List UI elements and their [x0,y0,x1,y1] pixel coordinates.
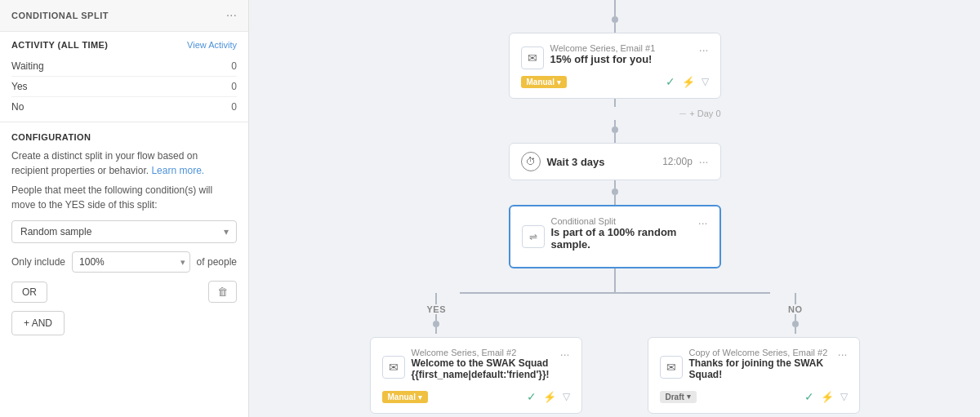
connector-3 [614,120,616,126]
card-3-body: Thanks for joining the SWAK Squad! [689,357,838,380]
yes-no-labels: YES NO [370,293,860,334]
activity-title: ACTIVITY (ALL TIME) [11,40,108,50]
view-activity-link[interactable]: View Activity [187,40,237,50]
bolt-icon-3: ⚡ [821,391,834,403]
wait-right: 12:00p ··· [662,155,708,168]
wait-dots[interactable]: ··· [699,155,709,168]
branch-line-area [370,268,860,293]
card-2-body: Welcome to the SWAK Squad {{first_name|d… [412,357,560,380]
filter-icon-2: ▽ [563,391,570,402]
card-2-actions: Manual ▾ ✓ ⚡ ▽ [382,390,570,403]
of-people-label: of people [197,256,237,268]
split-card: ⇌ Conditional Split Is part of a 100% ra… [509,205,721,268]
yes-label: YES [427,304,447,314]
panel-dots-icon[interactable]: ··· [226,8,237,23]
bolt-icon-1: ⚡ [682,76,695,88]
bolt-icon-2: ⚡ [543,391,556,403]
check-icon-1: ✓ [666,75,675,88]
activity-row-yes: Yes 0 [11,77,237,97]
filter-icon-1: ▽ [702,76,709,87]
badge-manual-1[interactable]: Manual ▾ [521,76,567,88]
activity-label-yes: Yes [11,81,28,92]
include-select-wrapper: 100% [72,251,190,273]
wait-card: ⏱ Wait 3 days 12:00p ··· [509,143,721,180]
top-connector [614,0,616,16]
connector-1 [614,23,616,33]
check-icon-3: ✓ [804,390,814,403]
panel-title: CONDITIONAL SPLIT [11,11,109,20]
email-icon-2: ✉ [382,356,405,379]
card-2-dots[interactable]: ··· [560,348,570,361]
badge-draft-3[interactable]: Draft▾ [660,391,697,403]
trash-button[interactable]: 🗑 [208,281,237,303]
random-sample-select[interactable]: Random sample [11,220,237,243]
config-section: CONFIGURATION Create a distinct split in… [0,122,248,345]
canvas: ✉ Welcome Series, Email #1 15% off just … [249,0,980,417]
card-pair: ✉ Welcome Series, Email #2 Welcome to th… [370,337,860,414]
learn-more-link[interactable]: Learn more. [151,165,204,176]
day-label: + Day 0 [679,109,720,118]
activity-count-no: 0 [231,101,237,113]
clock-icon: ⏱ [521,152,541,171]
email-card-1: ✉ Welcome Series, Email #1 15% off just … [509,33,721,99]
left-panel: CONDITIONAL SPLIT ··· ACTIVITY (ALL TIME… [0,0,249,417]
card-2-title: Welcome Series, Email #2 [412,348,560,357]
card-3-title: Copy of Welcome Series, Email #2 [689,348,838,357]
activity-row-waiting: Waiting 0 [11,56,237,77]
wait-title: Wait 3 days [547,156,605,168]
card-1-actions: Manual ▾ ✓ ⚡ ▽ [521,75,709,88]
wait-left: ⏱ Wait 3 days [521,152,605,171]
activity-row-no: No 0 [11,97,237,117]
connector-dot-2 [612,126,618,133]
day-label-wrapper: + Day 0 [509,107,721,120]
badge-manual-2[interactable]: Manual ▾ [382,391,428,403]
connector-6 [614,195,616,205]
include-percent-select[interactable]: 100% [72,251,190,273]
activity-count-waiting: 0 [231,60,237,72]
connector-4 [614,133,616,143]
activity-header: ACTIVITY (ALL TIME) View Activity [11,40,237,50]
check-icon-2: ✓ [527,390,537,403]
filter-icon-3: ▽ [840,391,848,402]
no-label: NO [788,304,803,314]
or-button[interactable]: OR [11,282,47,303]
activity-label-waiting: Waiting [11,60,44,72]
card-1-dots[interactable]: ··· [699,43,709,56]
email-icon-3: ✉ [660,356,683,379]
card-1-header: ✉ Welcome Series, Email #1 15% off just … [521,43,709,72]
split-icon: ⇌ [522,225,545,248]
random-sample-select-wrapper: Random sample [11,220,237,243]
split-body: Is part of a 100% random sample. [551,226,698,251]
email-card-3: ✉ Copy of Welcome Series, Email #2 Thank… [648,337,860,414]
email-card-2: ✉ Welcome Series, Email #2 Welcome to th… [370,337,582,414]
panel-header: CONDITIONAL SPLIT ··· [0,0,248,32]
card-1-title: Welcome Series, Email #1 [550,43,656,53]
card-1-body: 15% off just for you! [550,53,656,65]
card-3-actions: Draft▾ ✓ ⚡ ▽ [660,390,848,403]
action-row: OR 🗑 [11,281,237,303]
activity-count-yes: 0 [231,81,237,92]
flow-container: ✉ Welcome Series, Email #1 15% off just … [282,0,947,417]
connector-dot-3 [612,189,618,195]
card-3-dots[interactable]: ··· [838,348,848,361]
connector-dot-1 [612,16,618,23]
email-icon-1: ✉ [521,47,544,69]
split-dots[interactable]: ··· [698,216,708,229]
include-row: Only include 100% of people [11,251,237,273]
activity-label-no: No [11,101,24,113]
include-label: Only include [11,256,65,268]
split-title: Conditional Split [551,216,698,226]
wait-time: 12:00p [662,156,693,167]
connector-5 [614,180,616,189]
activity-section: ACTIVITY (ALL TIME) View Activity Waitin… [0,32,248,122]
config-description: Create a distinct split in your flow bas… [11,149,237,178]
config-conditions-text: People that meet the following condition… [11,183,237,212]
and-button[interactable]: + AND [11,311,65,335]
config-title: CONFIGURATION [11,132,237,142]
connector-2 [614,99,616,107]
